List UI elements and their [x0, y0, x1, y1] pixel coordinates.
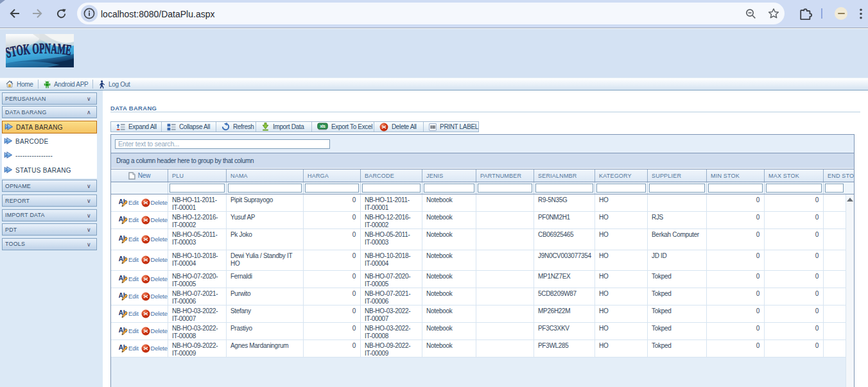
svg-text:xls: xls — [320, 124, 326, 128]
